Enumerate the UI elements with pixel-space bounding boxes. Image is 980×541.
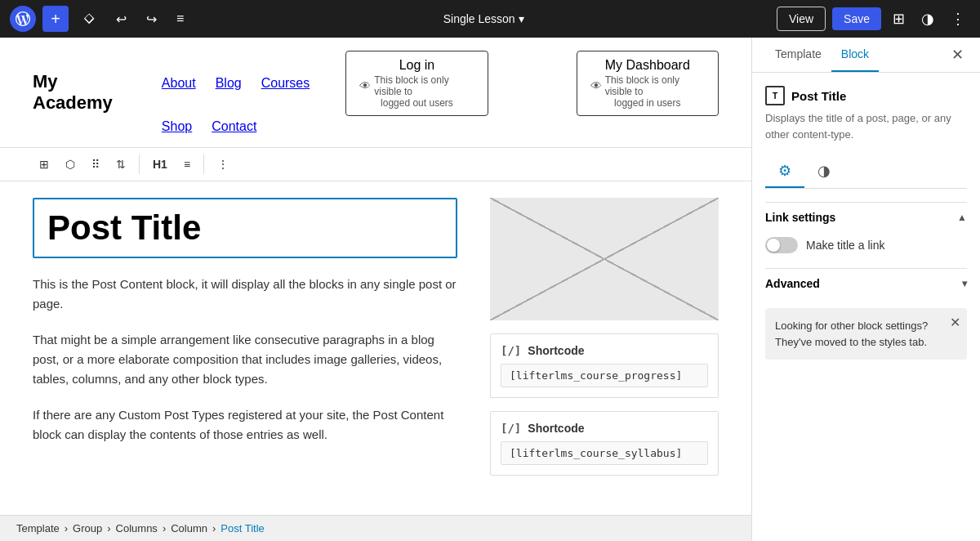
- sidebar: Template Block ✕ T Post Title Displays t…: [751, 38, 980, 541]
- toolbar-divider-1: [139, 154, 140, 174]
- contrast-button[interactable]: ◑: [916, 7, 939, 31]
- eye-icon-1: 👁: [359, 79, 371, 92]
- nav-about[interactable]: About: [162, 76, 196, 91]
- advanced-section-header[interactable]: Advanced ▾: [765, 268, 967, 298]
- shortcode-label-1: Shortcode: [528, 344, 584, 357]
- site-logo: My Academy: [33, 71, 113, 114]
- make-title-link-row: Make title a link: [765, 232, 967, 258]
- notice-box: Looking for other block settings? They'v…: [765, 308, 967, 360]
- main-layout: My Academy About Blog Courses Log in 👁 T…: [0, 38, 980, 541]
- logged-out-note: 👁 This block is only visible to: [359, 74, 474, 97]
- link-settings-header[interactable]: Link settings ▲: [765, 202, 967, 232]
- advanced-arrow: ▾: [962, 278, 967, 289]
- block-more-btn[interactable]: ⋮: [211, 154, 235, 174]
- nav-blog[interactable]: Blog: [216, 76, 242, 91]
- options-button[interactable]: ⋮: [946, 7, 970, 31]
- image-placeholder: [490, 198, 719, 320]
- redo-button[interactable]: ↪: [140, 7, 163, 32]
- nav-shop[interactable]: Shop: [162, 119, 192, 134]
- link-settings-section: Link settings ▲ Make title a link: [765, 202, 967, 258]
- breadcrumb: Template › Group › Columns › Column › Po…: [0, 515, 751, 541]
- add-block-button[interactable]: +: [42, 6, 69, 32]
- top-toolbar: + ↩ ↪ ≡ Single Lesson ▾ View Save ⊞ ◑ ⋮: [0, 0, 980, 38]
- breadcrumb-group[interactable]: Group: [73, 522, 102, 534]
- nav-courses[interactable]: Courses: [261, 76, 310, 91]
- view-button[interactable]: View: [777, 7, 826, 31]
- advanced-section: Advanced ▾ Looking for other block setti…: [765, 268, 967, 360]
- site-nav-container: About Blog Courses Log in 👁 This block i…: [162, 51, 719, 134]
- breadcrumb-template[interactable]: Template: [16, 522, 60, 534]
- sidebar-block-desc: Displays the title of a post, page, or a…: [765, 110, 967, 142]
- sidebar-tabs: Template Block ✕: [752, 38, 980, 73]
- tools-button[interactable]: [75, 7, 103, 31]
- breadcrumb-column[interactable]: Column: [171, 522, 207, 534]
- shortcode-input-1[interactable]: [501, 364, 708, 387]
- site-header: My Academy About Blog Courses Log in 👁 T…: [0, 38, 751, 148]
- sidebar-close-button[interactable]: ✕: [948, 42, 967, 67]
- eye-icon-2: 👁: [590, 79, 602, 92]
- post-title-icon: T: [765, 86, 785, 105]
- toolbar-right: View Save ⊞ ◑ ⋮: [777, 7, 970, 31]
- link-settings-arrow: ▲: [957, 212, 967, 223]
- sidebar-icon-tabs: ⚙ ◑: [765, 155, 967, 189]
- breadcrumb-post-title[interactable]: Post Title: [220, 522, 264, 534]
- lesson-selector[interactable]: Single Lesson ▾: [443, 12, 524, 25]
- undo-button[interactable]: ↩: [109, 7, 133, 32]
- heading-level-btn[interactable]: H1: [146, 154, 174, 174]
- block-align-btn[interactable]: ⬡: [59, 154, 82, 174]
- left-column: Post Title This is the Post Content bloc…: [33, 198, 457, 499]
- shortcode-label-2: Shortcode: [528, 422, 584, 435]
- list-view-button[interactable]: ≡: [170, 7, 190, 31]
- make-title-link-toggle[interactable]: [765, 237, 798, 253]
- tab-block[interactable]: Block: [831, 38, 879, 72]
- breadcrumb-columns[interactable]: Columns: [116, 522, 158, 534]
- block-move-btn[interactable]: ⇅: [109, 154, 132, 174]
- nav-contact[interactable]: Contact: [212, 119, 256, 134]
- logged-in-block: My Dashboard 👁 This block is only visibl…: [577, 51, 719, 116]
- editor-area: My Academy About Blog Courses Log in 👁 T…: [0, 38, 751, 541]
- sidebar-block-title: T Post Title: [765, 86, 967, 105]
- post-title: Post Title: [47, 209, 443, 247]
- nav-row-top: About Blog Courses Log in 👁 This block i…: [162, 51, 719, 116]
- block-toolbar: ⊞ ⬡ ⠿ ⇅ H1 ≡ ⋮: [0, 148, 751, 181]
- post-content: This is the Post Content block, it will …: [33, 275, 457, 445]
- tab-template[interactable]: Template: [765, 38, 831, 72]
- logged-in-note: 👁 This block is only visible to: [590, 74, 705, 97]
- wp-logo[interactable]: [10, 6, 36, 32]
- content-area: Post Title This is the Post Content bloc…: [0, 181, 751, 515]
- layout-toggle-button[interactable]: ⊞: [888, 7, 910, 31]
- settings-icon-tab[interactable]: ⚙: [765, 155, 804, 188]
- toolbar-center: Single Lesson ▾: [197, 12, 770, 25]
- sidebar-content: T Post Title Displays the title of a pos…: [752, 73, 980, 382]
- styles-icon-tab[interactable]: ◑: [804, 155, 844, 188]
- sidebar-block-name: Post Title: [791, 89, 846, 103]
- block-drag-btn[interactable]: ⠿: [85, 154, 106, 174]
- post-title-block[interactable]: Post Title: [33, 198, 457, 258]
- nav-row-bottom: Shop Contact: [162, 119, 719, 134]
- shortcode-block-1: [/] Shortcode: [490, 333, 719, 398]
- notice-close-button[interactable]: ✕: [950, 315, 960, 330]
- save-button[interactable]: Save: [832, 7, 881, 30]
- toolbar-divider-2: [203, 154, 204, 174]
- shortcode-block-2: [/] Shortcode: [490, 411, 719, 476]
- logged-out-block: Log in 👁 This block is only visible to l…: [345, 51, 488, 116]
- shortcode-input-2[interactable]: [501, 441, 708, 465]
- block-layout-btn[interactable]: ⊞: [33, 154, 56, 174]
- right-column: [/] Shortcode [/] Shortcode: [490, 198, 719, 499]
- text-align-btn[interactable]: ≡: [177, 154, 197, 174]
